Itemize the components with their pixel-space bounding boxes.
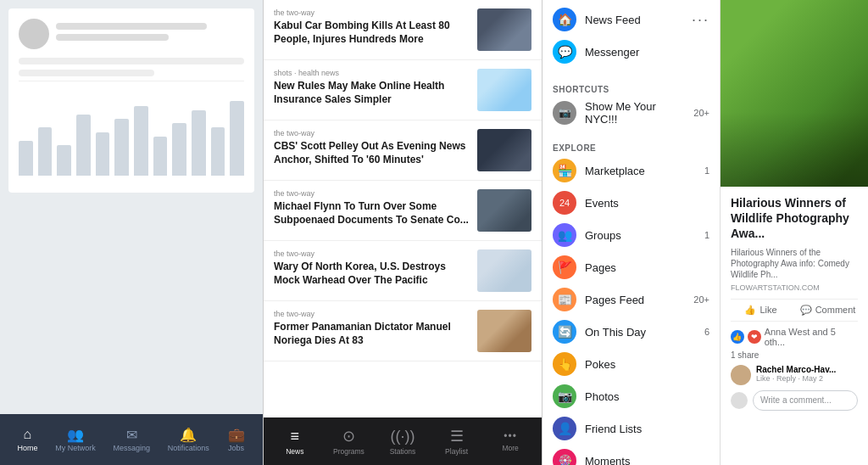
sidebar-item-pokes-label: Pokes bbox=[585, 358, 709, 371]
comment-placeholder: Write a comment... bbox=[760, 395, 832, 405]
news-thumbnail bbox=[477, 69, 531, 111]
messenger-icon: 💬 bbox=[553, 40, 576, 64]
sidebar-item-events[interactable]: 24 Events bbox=[542, 187, 720, 219]
news-nav-programs[interactable]: ⊙ Programs bbox=[327, 427, 370, 456]
like-button[interactable]: 👍 Like bbox=[731, 305, 791, 316]
news-thumbnail bbox=[477, 129, 531, 171]
love-reaction-icon: ❤ bbox=[748, 330, 761, 344]
like-label: Like bbox=[760, 305, 776, 315]
news-nav-more[interactable]: ••• More bbox=[489, 430, 531, 452]
post-body: Hilarious Winners of Wildlife Photograph… bbox=[721, 187, 868, 465]
chart-bar bbox=[19, 141, 33, 176]
home-icon: ⌂ bbox=[18, 427, 36, 442]
news-nav-more-label: More bbox=[502, 444, 518, 452]
jobs-icon: 💼 bbox=[227, 427, 246, 442]
linkedin-line-4 bbox=[19, 70, 154, 76]
reaction-bar: 👍 ❤ Anna West and 5 oth... bbox=[731, 327, 858, 347]
news-source: the two-way bbox=[274, 129, 469, 137]
news-headline: CBS' Scott Pelley Out As Evening News An… bbox=[274, 140, 469, 166]
news-nav-news-label: News bbox=[286, 447, 303, 456]
linkedin-content bbox=[0, 0, 263, 414]
linkedin-line-1 bbox=[56, 23, 207, 30]
list-item[interactable]: the two-way Michael Flynn To Turn Over S… bbox=[264, 181, 542, 241]
chart-bar bbox=[192, 110, 206, 176]
news-nav-stations[interactable]: ((·)) Stations bbox=[381, 428, 424, 456]
linkedin-chart bbox=[19, 81, 244, 182]
sidebar-item-nyc-label: Show Me Your NYC!!! bbox=[585, 100, 685, 126]
sidebar-item-pagesfeed[interactable]: 📰 Pages Feed 20+ bbox=[542, 283, 720, 316]
like-reaction-icon: 👍 bbox=[731, 330, 744, 344]
notifications-icon: 🔔 bbox=[179, 427, 198, 442]
news-item-text: the two-way Michael Flynn To Turn Over S… bbox=[274, 189, 469, 227]
reactions-label: Anna West and 5 oth... bbox=[765, 327, 858, 347]
news-nav-programs-label: Programs bbox=[333, 447, 364, 456]
news-item-text: shots · health news New Rules May Make O… bbox=[274, 69, 469, 106]
list-item[interactable]: the two-way Kabul Car Bombing Kills At L… bbox=[264, 0, 542, 60]
sidebar-item-marketplace[interactable]: 🏪 Marketplace 1 bbox=[542, 154, 720, 187]
post-actions: 👍 Like 💬 Comment bbox=[731, 299, 858, 322]
chart-bar bbox=[96, 132, 110, 176]
news-thumbnail bbox=[477, 189, 531, 232]
sidebar-item-groups-label: Groups bbox=[585, 229, 696, 242]
marketplace-icon: 🏪 bbox=[553, 159, 576, 182]
linkedin-panel: ⌂ Home 👥 My Network ✉ Messaging 🔔 Notifi… bbox=[0, 0, 263, 465]
sidebar-item-pages-label: Pages bbox=[585, 261, 709, 274]
sidebar-item-messenger[interactable]: 💬 Messenger bbox=[542, 36, 720, 68]
news-item-text: the two-way Former Panamanian Dictator M… bbox=[274, 310, 469, 347]
linkedin-nav-network-label: My Network bbox=[55, 444, 96, 452]
list-item[interactable]: the two-way CBS' Scott Pelley Out As Eve… bbox=[264, 120, 542, 181]
linkedin-nav-notifications[interactable]: 🔔 Notifications bbox=[168, 427, 209, 452]
nyc-badge: 20+ bbox=[693, 108, 709, 118]
linkedin-nav-jobs[interactable]: 💼 Jobs bbox=[227, 427, 246, 452]
newsfeed-ellipsis[interactable]: ··· bbox=[692, 11, 709, 29]
pages-icon: 🚩 bbox=[553, 255, 576, 279]
sidebar-item-onthisday[interactable]: 🔄 On This Day 6 bbox=[542, 316, 720, 348]
comment-content: Rachel Marco-Hav... Like · Reply · May 2 bbox=[756, 365, 836, 383]
news-nav-playlist[interactable]: ☰ Playlist bbox=[436, 427, 478, 456]
list-item[interactable]: shots · health news New Rules May Make O… bbox=[264, 60, 542, 120]
sidebar-item-events-label: Events bbox=[585, 197, 701, 210]
news-headline: Former Panamanian Dictator Manuel Norieg… bbox=[274, 321, 469, 347]
comment-button[interactable]: 💬 Comment bbox=[798, 305, 858, 316]
comment-input[interactable]: Write a comment... bbox=[753, 390, 858, 411]
shortcuts-title: SHORTCUTS bbox=[542, 78, 720, 96]
news-headline: Michael Flynn To Turn Over Some Subpoena… bbox=[274, 200, 469, 227]
news-headline: Wary Of North Korea, U.S. Destroys Mock … bbox=[274, 261, 469, 287]
more-icon: ••• bbox=[504, 430, 517, 442]
linkedin-card-placeholder bbox=[8, 8, 254, 193]
sidebar-item-moments[interactable]: 🎡 Moments bbox=[542, 445, 720, 465]
list-item[interactable]: the two-way Former Panamanian Dictator M… bbox=[264, 301, 542, 361]
pokes-icon: 👆 bbox=[553, 352, 576, 376]
news-thumbnail bbox=[477, 310, 531, 352]
sidebar-item-nyc[interactable]: 📷 Show Me Your NYC!!! 20+ bbox=[542, 96, 720, 130]
news-headline: Kabul Car Bombing Kills At Least 80 Peop… bbox=[274, 20, 469, 46]
programs-icon: ⊙ bbox=[342, 427, 355, 445]
news-nav-stations-label: Stations bbox=[390, 447, 416, 456]
share-count: 1 share bbox=[731, 350, 858, 360]
list-item[interactable]: the two-way Wary Of North Korea, U.S. De… bbox=[264, 241, 542, 301]
sidebar-item-newsfeed[interactable]: 🏠 News Feed ··· bbox=[542, 3, 720, 36]
news-bottom-nav: ≡ News ⊙ Programs ((·)) Stations ☰ Playl… bbox=[264, 417, 542, 465]
post-source: FLOWARTSTATION.COM bbox=[731, 283, 858, 292]
comment-icon: 💬 bbox=[800, 305, 812, 316]
playlist-icon: ☰ bbox=[450, 427, 464, 445]
chart-bar bbox=[153, 137, 168, 176]
news-nav-news[interactable]: ≡ News bbox=[274, 428, 316, 456]
sidebar-item-pages[interactable]: 🚩 Pages bbox=[542, 251, 720, 283]
sidebar-item-photos[interactable]: 📷 Photos bbox=[542, 380, 720, 412]
pagesfeed-icon: 📰 bbox=[553, 288, 576, 311]
sidebar-item-groups[interactable]: 👥 Groups 1 bbox=[542, 219, 720, 251]
comment-avatar bbox=[731, 365, 751, 385]
sidebar-item-pokes[interactable]: 👆 Pokes bbox=[542, 348, 720, 380]
news-panel: the two-way Kabul Car Bombing Kills At L… bbox=[263, 0, 542, 465]
news-item-text: the two-way Wary Of North Korea, U.S. De… bbox=[274, 249, 469, 287]
linkedin-line-2 bbox=[56, 34, 169, 41]
news-headline: New Rules May Make Online Health Insuran… bbox=[274, 80, 469, 106]
linkedin-nav-home[interactable]: ⌂ Home bbox=[17, 427, 37, 452]
linkedin-nav-network[interactable]: 👥 My Network bbox=[55, 427, 96, 452]
sidebar-item-newsfeed-label: News Feed bbox=[585, 14, 683, 26]
linkedin-nav-messaging[interactable]: ✉ Messaging bbox=[113, 427, 150, 452]
sidebar-item-friendlists[interactable]: 👤 Friend Lists bbox=[542, 412, 720, 445]
groups-icon: 👥 bbox=[553, 223, 576, 247]
linkedin-nav-messaging-label: Messaging bbox=[113, 444, 150, 452]
